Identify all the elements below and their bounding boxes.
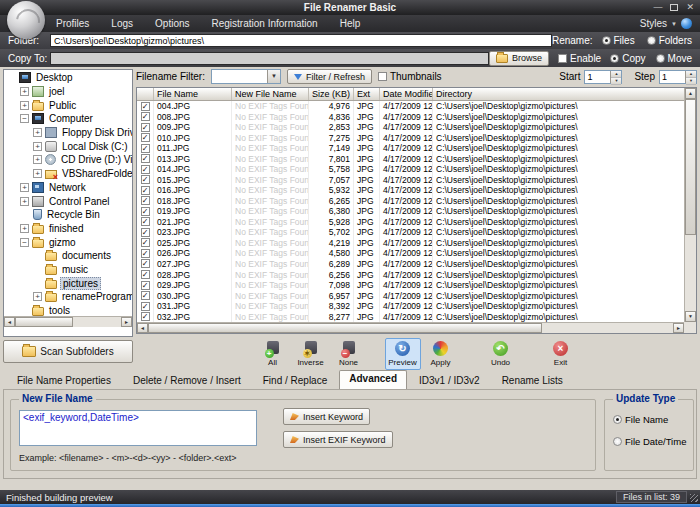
tree-item-gizmo[interactable]: −gizmo [4, 235, 132, 249]
row-checkbox[interactable] [137, 227, 154, 238]
insert-keyword-button[interactable]: Insert Keyword [283, 408, 370, 425]
maximize-button[interactable] [670, 4, 678, 11]
styles-menu[interactable]: Styles ▼ [640, 18, 692, 29]
tree-horizontal-scrollbar[interactable]: ◄ ► [4, 316, 132, 327]
collapse-icon[interactable]: − [20, 238, 29, 247]
rename-radio-files[interactable]: Files [602, 35, 635, 46]
tree-item-local-disk-c[interactable]: +Local Disk (C:) [4, 139, 132, 153]
scroll-down-icon[interactable]: ▼ [685, 311, 696, 322]
menu-item-profiles[interactable]: Profiles [56, 18, 89, 29]
tree-item-recycle-bin[interactable]: Recycle Bin [4, 208, 132, 222]
scrollbar-thumb[interactable] [148, 323, 542, 333]
row-checkbox[interactable] [137, 185, 154, 196]
tree-item-floppy-disk-drive-a[interactable]: +Floppy Disk Drive (A:) [4, 126, 132, 140]
tree-item-network[interactable]: +Network [4, 181, 132, 195]
tree-item-documents[interactable]: documents [4, 249, 132, 263]
expand-icon[interactable]: + [33, 142, 42, 151]
table-row[interactable]: 016.JPGNo EXIF Tags Found5,932JPG4/17/20… [137, 185, 684, 196]
row-checkbox[interactable] [137, 175, 154, 186]
tree-item-pictures[interactable]: pictures [4, 276, 132, 290]
undo-button[interactable]: ↶Undo [483, 338, 519, 370]
rename-radio-folders[interactable]: Folders [647, 35, 692, 46]
filter-refresh-button[interactable]: Filter / Refresh [287, 69, 372, 84]
expand-icon[interactable]: + [33, 128, 42, 137]
start-spinner[interactable]: ▲▼ [610, 71, 621, 83]
table-horizontal-scrollbar[interactable]: ◄ ► [137, 322, 684, 333]
chevron-down-icon[interactable]: ▼ [267, 70, 280, 83]
table-row[interactable]: 015.JPGNo EXIF Tags Found7,057JPG4/17/20… [137, 175, 684, 186]
menu-item-options[interactable]: Options [155, 18, 189, 29]
row-checkbox[interactable] [137, 259, 154, 270]
expand-icon[interactable]: + [20, 224, 29, 233]
tree-item-control-panel[interactable]: +Control Panel [4, 194, 132, 208]
all-button[interactable]: +All [255, 338, 291, 370]
scroll-left-icon[interactable]: ◄ [4, 317, 15, 327]
column-header-select[interactable] [137, 88, 154, 100]
step-input[interactable]: 1 ▲▼ [659, 70, 697, 84]
copymode-radio-move[interactable]: Move [656, 53, 692, 64]
none-button[interactable]: −None [331, 338, 367, 370]
new-file-name-input[interactable]: <exif_keyword,DateTime> [19, 410, 257, 446]
table-row[interactable]: 013.JPGNo EXIF Tags Found7,801JPG4/17/20… [137, 154, 684, 165]
row-checkbox[interactable] [137, 101, 154, 112]
expand-icon[interactable]: + [33, 155, 42, 164]
tree-item-finished[interactable]: +finished [4, 222, 132, 236]
row-checkbox[interactable] [137, 112, 154, 123]
table-row[interactable]: 027.JPGNo EXIF Tags Found6,289JPG4/17/20… [137, 259, 684, 270]
expand-icon[interactable]: + [20, 87, 29, 96]
table-vertical-scrollbar[interactable]: ▲ ▼ [684, 88, 696, 322]
tab-find-replace[interactable]: Find / Replace [253, 372, 337, 389]
scroll-up-icon[interactable]: ▲ [685, 88, 696, 99]
table-row[interactable]: 026.JPGNo EXIF Tags Found4,580JPG4/17/20… [137, 248, 684, 259]
copy-to-input[interactable] [50, 52, 489, 65]
scroll-left-icon[interactable]: ◄ [137, 323, 148, 333]
folder-input[interactable] [50, 34, 552, 47]
scroll-right-icon[interactable]: ► [673, 323, 684, 333]
row-checkbox[interactable] [137, 154, 154, 165]
scrollbar-thumb[interactable] [685, 99, 696, 235]
scan-subfolders-button[interactable]: Scan Subfolders [3, 340, 133, 363]
table-row[interactable]: 018.JPGNo EXIF Tags Found6,265JPG4/17/20… [137, 196, 684, 207]
tab-rename-lists[interactable]: Rename Lists [492, 372, 573, 389]
table-row[interactable]: 023.JPGNo EXIF Tags Found5,702JPG4/17/20… [137, 227, 684, 238]
row-checkbox[interactable] [137, 290, 154, 301]
minimize-button[interactable]: — [653, 1, 662, 13]
row-checkbox[interactable] [137, 269, 154, 280]
row-checkbox[interactable] [137, 280, 154, 291]
table-row[interactable]: 030.JPGNo EXIF Tags Found6,957JPG4/17/20… [137, 290, 684, 301]
tab-delete-remove-insert[interactable]: Delete / Remove / Insert [123, 372, 251, 389]
scroll-right-icon[interactable]: ► [121, 317, 132, 327]
apply-button[interactable]: Apply [423, 338, 459, 370]
column-header-size-kb[interactable]: Size (KB) [309, 88, 354, 100]
row-checkbox[interactable] [137, 122, 154, 133]
row-checkbox[interactable] [137, 311, 154, 322]
row-checkbox[interactable] [137, 248, 154, 259]
table-row[interactable]: 009.JPGNo EXIF Tags Found2,853JPG4/17/20… [137, 122, 684, 133]
table-row[interactable]: 008.JPGNo EXIF Tags Found4,836JPG4/17/20… [137, 112, 684, 123]
table-row[interactable]: 004.JPGNo EXIF Tags Found4,976JPG4/17/20… [137, 101, 684, 112]
expand-icon[interactable]: + [33, 292, 42, 301]
insert-exif-keyword-button[interactable]: Insert EXIF Keyword [283, 431, 393, 448]
menu-item-help[interactable]: Help [340, 18, 361, 29]
expand-icon[interactable]: + [33, 169, 42, 178]
tree-item-cd-drive-d-virtualbox-guest[interactable]: +CD Drive (D:) VirtualBox Guest [4, 153, 132, 167]
collapse-icon[interactable]: − [20, 114, 29, 123]
update-type-radio-file-name[interactable]: File Name [613, 414, 668, 425]
column-header-directory[interactable]: Directory [433, 88, 684, 100]
expand-icon[interactable]: + [20, 183, 29, 192]
tree-item-desktop[interactable]: Desktop [4, 71, 132, 85]
tree-item-public[interactable]: +Public [4, 98, 132, 112]
expand-icon[interactable]: + [20, 197, 29, 206]
menu-item-logs[interactable]: Logs [111, 18, 133, 29]
column-header-date-modified[interactable]: Date Modified [380, 88, 433, 100]
tree-item-music[interactable]: music [4, 263, 132, 277]
tab-id3v1-id3v2[interactable]: ID3v1 / ID3v2 [409, 372, 490, 389]
tree-item-joel[interactable]: +joel [4, 85, 132, 99]
preview-button[interactable]: ↻Preview [385, 338, 421, 370]
update-type-radio-file-date-time[interactable]: File Date/Time [613, 436, 686, 447]
row-checkbox[interactable] [137, 133, 154, 144]
row-checkbox[interactable] [137, 196, 154, 207]
filename-filter-dropdown[interactable]: ▼ [211, 69, 281, 84]
row-checkbox[interactable] [137, 217, 154, 228]
table-row[interactable]: 028.JPGNo EXIF Tags Found6,256JPG4/17/20… [137, 269, 684, 280]
